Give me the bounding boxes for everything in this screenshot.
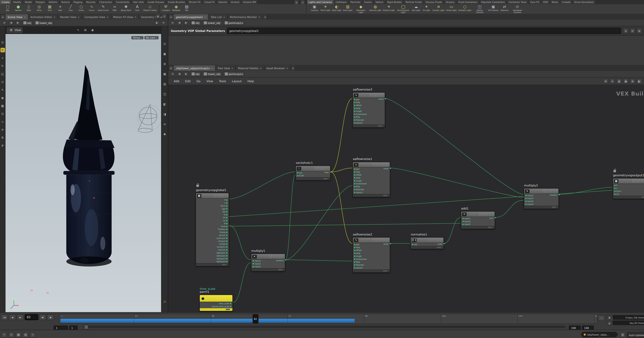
shelf-tab-octane-ipr[interactable]: Octane IPR <box>241 0 258 4</box>
node-aaflownoise2[interactable]: aaflownoise2∿posfreqoffsetamproughmaxoct… <box>352 237 390 273</box>
shelf-tool-ambient-light[interactable]: ○Ambient Light <box>458 5 472 11</box>
pin-pane-icon[interactable]: ◉ <box>154 20 159 25</box>
node-add1[interactable]: add1+input1input2input3sum <box>461 211 495 229</box>
ruler-icon[interactable]: ▥ <box>162 82 167 86</box>
pane-options-icon[interactable]: ≡ <box>170 20 175 25</box>
shelf-tool-tube[interactable]: ▯Tube <box>24 5 34 11</box>
shelf-tool-switcher[interactable]: ⇄Switcher <box>499 5 510 11</box>
step-forward-button[interactable]: |▶ <box>47 314 54 320</box>
range-start-field[interactable]: 1 <box>54 326 68 330</box>
reference-grid-icon[interactable]: ▦ <box>162 72 167 76</box>
new-tab-button[interactable]: + <box>263 14 268 20</box>
select-mode-icon[interactable]: ↖ <box>76 28 81 32</box>
node-geometryvopoutput1[interactable]: geometryvopoutput1▦PvforceCd <box>612 178 644 199</box>
background-image-icon[interactable]: ▥ <box>616 78 622 84</box>
node-geometryvopglobal1[interactable]: geometryvopglobal1▦PvforceagelifeidCduvN… <box>196 193 229 267</box>
shelf-tab-viscous-fluids[interactable]: Viscous Fluids <box>424 0 444 4</box>
range-slider-handle[interactable] <box>84 325 88 329</box>
tab-close-icon[interactable]: × <box>54 15 56 18</box>
history-forward-icon[interactable]: ▶ <box>16 20 20 25</box>
frame-view-icon[interactable]: ⊞ <box>162 62 167 66</box>
shelf-tool-gi-light[interactable]: ✶GI Light <box>421 5 432 11</box>
shelf-tool-box[interactable]: ▢Box <box>2 5 13 11</box>
tab-geometryvopglobal1[interactable]: geometryvopglobal1× <box>174 14 209 20</box>
normals-display-icon[interactable]: ✽ <box>162 132 167 137</box>
message-log-icon[interactable]: ▤ <box>23 332 28 338</box>
shelf-tab-modify[interactable]: Modify <box>12 0 23 4</box>
shelf-tab-octane[interactable]: Octane <box>229 0 242 4</box>
node-multiply2[interactable]: multiply2×input1input2input3input4produc… <box>524 188 559 209</box>
select-tool-icon[interactable]: ↖ <box>0 48 5 52</box>
shelf-tab-oceans[interactable]: Oceans <box>444 0 456 4</box>
subrange-end-field[interactable]: 168 <box>569 326 581 330</box>
tab-close-icon[interactable]: × <box>204 15 206 18</box>
shelf-tab-vellum[interactable]: Vellum <box>374 0 386 4</box>
viewport-3d-canvas[interactable]: Persp ▾ No cam ▾ <box>6 34 161 312</box>
range-slider[interactable] <box>83 326 566 328</box>
grid-snap-icon[interactable]: ▦ <box>623 78 628 84</box>
shelf-tool-l-system[interactable]: ΨL-System <box>160 5 171 11</box>
box-pick-icon[interactable]: ⊞ <box>83 28 88 32</box>
view-tool-icon[interactable]: ◎ <box>0 40 5 44</box>
tab-close-icon[interactable]: × <box>24 15 26 18</box>
tab-close-icon[interactable]: × <box>286 67 288 70</box>
subrange-start-field[interactable]: 1 <box>69 326 78 330</box>
crumb-pointvop1x[interactable]: pointvop1x <box>223 20 245 25</box>
go-start-button[interactable]: |◀ <box>1 314 8 320</box>
warning-icon[interactable]: ⚠ <box>162 299 167 304</box>
crumb-tower-obj[interactable]: tower_obj <box>34 20 54 25</box>
shelf-add-tab-icon[interactable]: + <box>300 0 305 4</box>
history-back-icon[interactable]: ◀ <box>177 20 182 25</box>
node-parm1[interactable]: time_scaleparm1●time_scalebound_time_sca… <box>199 295 233 311</box>
cook-mode-icon[interactable]: ◍ <box>620 332 626 338</box>
menu-add[interactable]: Add <box>171 79 182 83</box>
camera-lock-icon[interactable]: ▣ <box>162 52 167 56</box>
shelf-tab-drive-simulation[interactable]: Drive Simulation <box>573 0 596 4</box>
menu-layout[interactable]: Layout <box>229 79 244 83</box>
shelf-tool-grid[interactable]: ▦Grid <box>44 5 55 11</box>
param-help-icon[interactable]: ? <box>643 28 644 33</box>
shelf-tool-point-light[interactable]: ☀Point Light <box>320 5 331 11</box>
tab-animation-editor[interactable]: Animation Editor× <box>28 14 58 20</box>
shelf-tool-volume-light[interactable]: ◍Volume Light <box>368 5 382 11</box>
shelf-tab-grains[interactable]: Grains <box>362 0 374 4</box>
menu-tools[interactable]: Tools <box>216 79 229 83</box>
shelf-tool-circle[interactable]: ○Circle <box>76 5 86 11</box>
shelf-tab-terrain-fx[interactable]: Terrain FX <box>187 0 202 4</box>
step-back-button[interactable]: ◀| <box>39 314 46 320</box>
new-tab-button[interactable]: + <box>291 65 296 71</box>
playhead[interactable]: 62 <box>252 314 258 324</box>
pane-tab-menu-icon[interactable]: ▾ <box>169 66 173 70</box>
shelf-tab-lights-and-cameras[interactable]: Lights and Cameras <box>307 0 334 4</box>
shelf-tool-file[interactable]: ▤File <box>182 5 192 11</box>
tab-scene-view[interactable]: Scene View× <box>6 14 28 20</box>
audio-toggle-icon[interactable]: ∿ <box>598 315 605 321</box>
pane-tab-menu-icon[interactable]: ▾ <box>169 15 173 19</box>
node-name-field[interactable]: geometryvopglobal1 <box>227 28 621 34</box>
network-list-icon[interactable]: ≡ <box>610 78 615 84</box>
tab-close-icon[interactable]: × <box>211 67 213 70</box>
shade-mode-icon[interactable]: ◧ <box>162 102 167 107</box>
shelf-tab-rigid-bodies[interactable]: Rigid Bodies <box>386 0 404 4</box>
shelf-tool-geometry-light[interactable]: ◆Geometry Light <box>353 5 368 13</box>
shelf-tab-volume[interactable]: Volume <box>217 0 229 4</box>
timeline-ruler[interactable]: 62 124487296120144168 <box>59 314 598 324</box>
menu-view[interactable]: View <box>204 79 216 83</box>
tab-close-icon[interactable]: × <box>260 67 262 70</box>
shelf-tool-vr-camera[interactable]: ▣VR Camera <box>487 5 499 11</box>
pane-maximize-icon[interactable]: ▤ <box>156 14 160 18</box>
shelf-tool-environment-light[interactable]: ◯Environment Light <box>396 5 411 13</box>
param-houdini-icon[interactable]: H <box>630 28 635 33</box>
shelf-tab-texture[interactable]: Texture <box>60 0 72 4</box>
tab-tree-view[interactable]: Tree View× <box>216 65 236 71</box>
crumb-tower-obj[interactable]: tower_obj <box>202 20 222 25</box>
node-multiply1[interactable]: multiply1×input1input2input3product <box>251 254 285 272</box>
no-cam-button[interactable]: No cam ▾ <box>144 36 158 39</box>
shelf-tool-gamepad-camera[interactable]: ⊙Gamepad Camera <box>510 5 525 13</box>
shelf-tool-sphere[interactable]: ●Sphere <box>13 5 24 11</box>
network-tools-icon[interactable]: ⚙ <box>603 78 608 84</box>
shelf-tab-collisions[interactable]: Collisions <box>334 0 349 4</box>
shelf-tool-spot-light[interactable]: ◐Spot Light <box>331 5 342 11</box>
menu-help[interactable]: Help <box>244 79 257 83</box>
shelf-tool-stereo-camera[interactable]: ◫Stereo Camera <box>472 5 487 13</box>
